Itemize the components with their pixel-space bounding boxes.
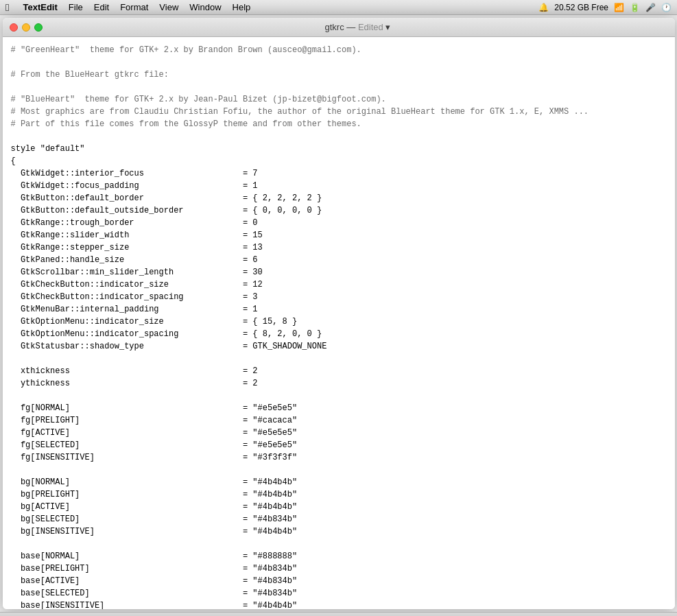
minimize-button[interactable] xyxy=(22,23,30,32)
menubar-view[interactable]: View xyxy=(154,0,184,15)
apple-menu-icon[interactable]:  xyxy=(5,1,9,13)
filename-label: gtkrc xyxy=(325,22,344,32)
textedit-window: gtkrc — Edited ▾ # "GreenHeart" theme fo… xyxy=(3,18,675,609)
comment-line-3: # "BlueHeart" theme for GTK+ 2.x by Jean… xyxy=(11,95,386,104)
menubar-help[interactable]: Help xyxy=(227,0,257,15)
clock-icon: 🕐 xyxy=(661,3,672,12)
close-button[interactable] xyxy=(10,23,18,32)
wifi-icon: 📶 xyxy=(614,3,624,12)
menubar-file[interactable]: File xyxy=(63,0,88,15)
menubar-textedit[interactable]: TextEdit xyxy=(17,0,62,15)
maximize-button[interactable] xyxy=(34,23,43,32)
menubar-edit[interactable]: Edit xyxy=(88,0,115,15)
traffic-lights xyxy=(10,23,43,32)
editor-area[interactable]: # "GreenHeart" theme for GTK+ 2.x by Bra… xyxy=(3,37,675,609)
storage-indicator: 20.52 GB Free xyxy=(554,3,608,12)
comment-line-1: # "GreenHeart" theme for GTK+ 2.x by Bra… xyxy=(11,45,361,55)
comment-line-4: # Most graphics are from Claudiu Christi… xyxy=(11,107,589,117)
comment-line-5: # Part of this file comes from the Gloss… xyxy=(11,119,361,129)
battery-icon: 🔋 xyxy=(630,3,640,12)
notification-icon: 🔔 xyxy=(538,3,549,12)
edited-label: Edited xyxy=(358,22,383,32)
titlebar: gtkrc — Edited ▾ xyxy=(3,18,675,37)
menubar-window[interactable]: Window xyxy=(184,0,226,15)
title-separator: — xyxy=(346,22,358,32)
mic-icon: 🎤 xyxy=(645,3,656,12)
window-title: gtkrc — Edited ▾ xyxy=(48,22,668,32)
statusbar xyxy=(0,612,677,616)
comment-line-2: # From the BlueHeart gtkrc file: xyxy=(11,70,169,80)
menubar-right: 🔔 20.52 GB Free 📶 🔋 🎤 🕐 xyxy=(538,3,672,12)
style-declaration: style "default" { GtkWidget::interior_fo… xyxy=(11,144,327,609)
menubar-format[interactable]: Format xyxy=(115,0,154,15)
title-dropdown-icon[interactable]: ▾ xyxy=(385,22,390,32)
menubar:  TextEdit File Edit Format View Window … xyxy=(0,0,677,15)
